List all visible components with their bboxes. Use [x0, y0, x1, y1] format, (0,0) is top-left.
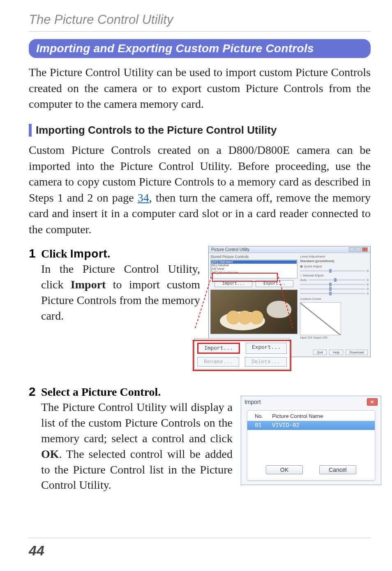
subsection-accent-bar — [29, 124, 32, 137]
callout-red-frame — [193, 340, 291, 371]
body-paragraph: Custom Picture Controls created on a D80… — [29, 142, 371, 238]
step2-body-emphasis: OK — [41, 448, 59, 460]
curve-graph[interactable] — [300, 302, 341, 335]
import-dialog-title: Import — [244, 399, 261, 405]
intro-paragraph: The Picture Control Utility can be used … — [29, 65, 371, 112]
import-button[interactable]: Import... — [214, 280, 252, 287]
pc-window-title: Picture Control Utility — [211, 247, 249, 252]
page-number: 44 — [29, 543, 44, 559]
page-section-title: The Picture Control Utility — [29, 12, 371, 27]
step-1: 1 Click Import. In the Picture Control U… — [29, 246, 371, 357]
export-button[interactable]: Export... — [256, 280, 293, 287]
import-row-name: VIVID-02 — [272, 422, 300, 429]
minimize-icon[interactable] — [349, 247, 355, 252]
step-2-number: 2 — [29, 384, 41, 399]
page-link-34[interactable]: 34 — [138, 191, 149, 204]
stored-controls-label: Stored Picture Controls — [210, 255, 297, 259]
maximize-icon[interactable] — [355, 247, 361, 252]
step-2: 2 Select a Picture Control. The Picture … — [29, 384, 371, 493]
section-heading: Importing and Exporting Custom Picture C… — [29, 39, 371, 58]
step-2-body: The Picture Control Utility will display… — [41, 399, 233, 493]
picture-control-list[interactable]: [SD] Standard [NL] Neutral [VI] Vivid [M… — [210, 260, 297, 279]
ok-button[interactable]: OK — [266, 465, 303, 474]
step-2-title: Select a Picture Control. — [41, 384, 233, 400]
list-item[interactable]: [NL] Neutral — [211, 264, 297, 267]
window-controls — [349, 247, 368, 252]
close-icon[interactable]: ✕ — [367, 398, 378, 406]
column-header-no: No. — [255, 413, 272, 419]
footer-rule — [29, 538, 371, 538]
step-1-title: Click Import. — [41, 246, 200, 262]
import-row-no: 01 — [255, 422, 272, 429]
quit-button[interactable]: Quit — [313, 350, 327, 355]
preset-label: Standard (predefined) — [300, 259, 369, 263]
step-1-title-emphasis: Import — [70, 247, 107, 260]
preview-image — [210, 290, 297, 334]
level-adjustment-label: Level Adjustment — [300, 255, 369, 258]
step-1-body: In the Picture Control Utility, click Im… — [41, 261, 200, 323]
auto-label: Auto — [300, 278, 307, 282]
import-dialog-screenshot: Import ✕ No. Picture Control Name 01 VIV… — [241, 396, 381, 485]
step-1-number: 1 — [29, 246, 41, 261]
step2-body-pre: The Picture Control Utility will display… — [41, 401, 233, 445]
step2-body-post: . The selected control will be added to … — [41, 448, 233, 492]
import-list[interactable]: 01 VIVID-02 — [247, 421, 375, 460]
column-header-name: Picture Control Name — [272, 413, 323, 419]
quick-adjust-label: Quick Adjust — [304, 265, 322, 268]
curve-io-label: Input 219 Output 199 — [300, 336, 369, 339]
help-button[interactable]: Help — [329, 350, 343, 355]
close-icon[interactable] — [362, 247, 368, 252]
step-1-title-prefix: Click — [41, 247, 70, 260]
list-item[interactable]: [MC] Monochrome — [211, 271, 297, 275]
cancel-button[interactable]: Cancel — [319, 465, 356, 474]
step1-body-emphasis: Import — [71, 278, 106, 291]
import-list-row[interactable]: 01 VIVID-02 — [247, 421, 375, 430]
step-1-title-suffix: . — [107, 247, 110, 260]
manual-adjust-label: Manual Adjust — [303, 274, 323, 277]
custom-curve-label: Custom Curve — [300, 297, 369, 301]
subsection-heading: Importing Controls to the Picture Contro… — [36, 124, 277, 137]
download-button[interactable]: Download — [346, 350, 368, 355]
